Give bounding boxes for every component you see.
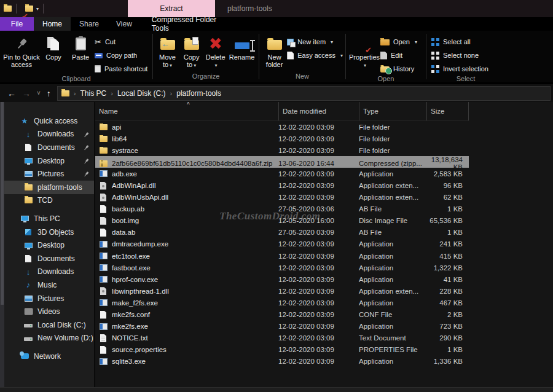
dll-file-icon [99,194,108,202]
copy-to-button[interactable]: Copy to▾ [179,33,203,69]
forward-button[interactable]: → [22,89,31,98]
paste-button[interactable]: Paste [66,33,95,61]
sidebar-item-documents[interactable]: Documents [4,252,94,265]
pin-icon [12,34,31,53]
file-row-source-properties[interactable]: source.properties12-02-2020 03:09PROPERT… [95,344,469,356]
breadcrumb-item-local-disk-c[interactable]: Local Disk (C:) [117,89,166,98]
new-folder-button[interactable]: New folder [262,33,287,68]
copy-button[interactable]: Copy [41,33,66,61]
file-row-api[interactable]: api12-02-2020 03:09File folder [95,121,469,133]
sidebar-item-tcd[interactable]: TCD [4,194,94,208]
tab-share[interactable]: Share [71,17,108,31]
contextual-tab-badge-extract[interactable]: Extract [128,0,215,17]
file-row-lib64[interactable]: lib6412-02-2020 03:09File folder [95,133,469,144]
window-title: platform-tools [227,0,272,17]
file-row-adbwinusbapi-dll[interactable]: AdbWinUsbApi.dll12-02-2020 03:09Applicat… [95,192,469,203]
sidebar-item-videos[interactable]: Videos [4,305,94,318]
sidebar-item-desktop[interactable]: Desktop [4,238,94,252]
file-file-icon [99,346,108,354]
sidebar-item-downloads[interactable]: ↓Downloads [4,128,94,141]
sidebar-item-quick-access[interactable]: ★Quick access [4,114,94,128]
down-icon: ↓ [24,267,33,276]
breadcrumb-item-this-pc[interactable]: This PC [80,89,107,98]
qat-folder-button[interactable] [4,6,12,12]
folder-icon [4,6,12,12]
address-bar[interactable]: ›This PC›Local Disk (C:)›platform-tools [57,86,551,101]
file-row-2afb66e869bf61db5110c1c0c580b4dbd4408a6f-zip[interactable]: 2afb66e869bf61db5110c1c0c580b4dbd4408a6f… [95,156,469,168]
file-row-hprof-conv-exe[interactable]: hprof-conv.exe12-02-2020 03:09Applicatio… [95,273,469,285]
file-size: 723 KB [426,323,469,330]
cut-button[interactable]: ✂Cut [95,36,147,47]
invert-selection-button[interactable]: Invert selection [431,63,488,74]
recent-locations-button[interactable]: ˅ [37,90,41,96]
column-header-size[interactable]: Size [426,102,469,120]
file-row-libwinpthread-1-dll[interactable]: libwinpthread-1.dll12-02-2020 03:09Appli… [95,285,469,297]
sidebar-item-local-disk-c[interactable]: Local Disk (C:) [4,318,94,332]
scrollbar-thumb[interactable] [1,102,4,305]
file-type: CONF File [359,311,426,318]
sidebar-item-music[interactable]: ♪Music [4,278,94,292]
file-row-notice-txt[interactable]: NOTICE.txt12-02-2020 03:09Text Document2… [95,332,469,344]
drv-icon [24,335,33,341]
sidebar-item-desktop[interactable]: Desktop [4,154,94,168]
open-button[interactable]: Open▾ [380,36,417,47]
sidebar-item-3d-objects[interactable]: 3D Objects [4,225,94,239]
sidebar-item-label: This PC [34,214,60,223]
file-name: sqlite3.exe [95,358,278,365]
file-row-systrace[interactable]: systrace12-02-2020 03:09File folder [95,144,469,156]
file-name: dmtracedump.exe [95,240,278,248]
file-row-data-ab[interactable]: data.ab27-05-2020 03:09AB File1 KB [95,227,469,238]
dll-file-icon [99,182,108,190]
tab-view[interactable]: View [108,17,141,31]
file-row-dmtracedump-exe[interactable]: dmtracedump.exe12-02-2020 03:09Applicati… [95,238,469,250]
sidebar-item-new-volume-d[interactable]: New Volume (D:) [4,332,94,345]
column-header-name[interactable]: Name^ [95,102,278,120]
pin-to-quick-access-button[interactable]: Pin to Quick access [2,33,41,68]
sidebar-item-pictures[interactable]: Pictures [4,167,94,181]
sidebar-item-downloads[interactable]: ↓Downloads [4,265,94,279]
tab-file[interactable]: File [0,17,34,31]
file-row-etc1tool-exe[interactable]: etc1tool.exe12-02-2020 03:09Application4… [95,250,469,262]
column-header-date-modified[interactable]: Date modified [278,102,359,120]
move-to-button[interactable]: ← Move to▾ [155,33,179,69]
file-row-mke2fs-conf[interactable]: mke2fs.conf12-02-2020 03:09CONF File2 KB [95,309,469,321]
file-row-make-f2fs-exe[interactable]: make_f2fs.exe12-02-2020 03:09Application… [95,297,469,308]
sidebar-scrollbar[interactable] [0,102,4,387]
new-item-button[interactable]: New item▾ [287,36,343,47]
delete-button[interactable]: ✖ Delete▾ [203,33,227,69]
file-row-adb-exe[interactable]: adb.exe12-02-2020 03:09Application2,583 … [95,168,469,179]
group-label-select: Select [426,74,505,85]
fold-file-icon [99,124,108,130]
edit-button[interactable]: Edit [380,50,417,61]
file-row-sqlite3-exe[interactable]: sqlite3.exe12-02-2020 03:09Application1,… [95,356,469,367]
rename-button[interactable]: Rename [227,33,256,61]
select-all-button[interactable]: Select all [431,36,488,47]
tab-compressed-folder-tools[interactable]: Compressed Folder Tools [143,17,230,31]
ribbon-group-organize: ← Move to▾ Copy to▾ ✖ Delete▾ Rename Org… [153,31,259,82]
column-header-type[interactable]: Type [359,102,426,120]
up-button[interactable]: ↑ [47,89,51,98]
properties-button[interactable]: ✔ Properties▾ [348,33,380,69]
back-button[interactable]: ← [7,89,16,98]
file-row-adbwinapi-dll[interactable]: AdbWinApi.dll12-02-2020 03:09Application… [95,179,469,191]
easy-access-button[interactable]: Easy access▾ [287,50,343,61]
history-button[interactable]: History [380,63,417,74]
sidebar-item-documents[interactable]: Documents [4,141,94,154]
note-icon: ♪ [24,280,33,289]
copy-path-button[interactable]: Copy path [95,50,147,61]
file-type: Disc Image File [359,217,426,224]
file-name: mke2fs.exe [95,323,278,330]
file-row-fastboot-exe[interactable]: fastboot.exe12-02-2020 03:09Application1… [95,262,469,273]
sidebar-item-network[interactable]: Network [4,350,94,363]
breadcrumb-item-platform-tools[interactable]: platform-tools [176,89,221,98]
tab-home[interactable]: Home [34,17,71,31]
paste-shortcut-button[interactable]: Paste shortcut [95,63,147,74]
file-name: systrace [95,147,278,154]
sidebar-item-this-pc[interactable]: This PC [4,212,94,225]
file-row-mke2fs-exe[interactable]: mke2fs.exe12-02-2020 03:09Application723… [95,321,469,332]
select-none-button[interactable]: Select none [431,50,488,61]
sidebar-item-platform-tools[interactable]: platform-tools [4,181,94,194]
qat-customize-button[interactable]: ▾ [25,6,39,12]
file-list: api12-02-2020 03:09File folderlib6412-02… [95,121,469,367]
sidebar-item-pictures[interactable]: Pictures [4,292,94,305]
